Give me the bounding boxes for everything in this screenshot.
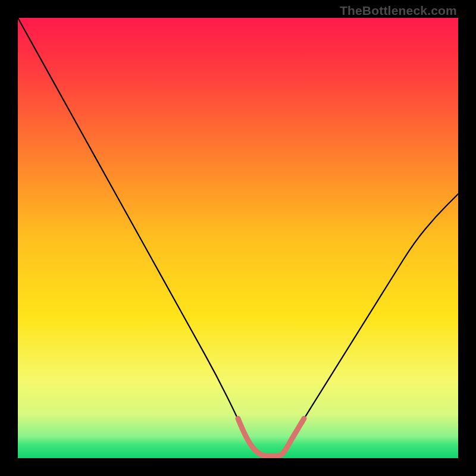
optimal-zone-highlight xyxy=(238,418,304,456)
bottleneck-curve xyxy=(18,18,458,456)
curve-layer xyxy=(18,18,458,458)
chart-frame: TheBottleneck.com xyxy=(0,0,476,476)
watermark-text: TheBottleneck.com xyxy=(340,4,457,18)
plot-area xyxy=(18,18,458,458)
